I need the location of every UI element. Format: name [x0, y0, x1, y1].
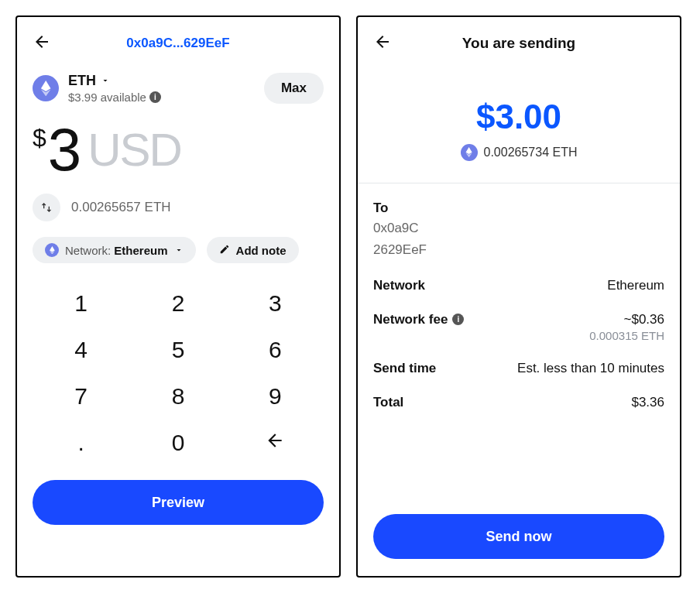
currency-code: USD — [88, 123, 181, 177]
total-label: Total — [373, 395, 403, 410]
key-0[interactable]: 0 — [129, 430, 226, 456]
eth-icon — [45, 243, 59, 257]
send-time-value: Est. less than 10 minutes — [517, 361, 664, 376]
arrow-left-icon — [265, 430, 285, 451]
back-button[interactable] — [373, 33, 392, 54]
key-6[interactable]: 6 — [227, 337, 324, 363]
converted-amount: 0.00265657 ETH — [71, 200, 171, 215]
swap-currency-button[interactable] — [33, 194, 60, 221]
recipient-address-link[interactable]: 0x0a9C...629EeF — [126, 36, 229, 51]
send-time-row: Send time Est. less than 10 minutes — [373, 361, 664, 376]
key-5[interactable]: 5 — [129, 337, 226, 363]
available-balance: $3.99 available — [68, 91, 146, 104]
swap-icon — [40, 201, 53, 214]
key-1[interactable]: 1 — [33, 290, 129, 317]
network-prefix: Network: — [65, 244, 114, 257]
asset-symbol: ETH — [68, 73, 96, 89]
arrow-left-icon — [373, 33, 392, 51]
pencil-icon — [219, 244, 230, 257]
to-label: To — [373, 201, 664, 216]
send-time-label: Send time — [373, 361, 436, 376]
chevron-down-icon — [101, 73, 110, 89]
preview-button[interactable]: Preview — [33, 480, 324, 525]
eth-icon — [461, 144, 478, 161]
asset-selector-row: ETH $3.99 available i Max — [33, 73, 324, 104]
network-chip[interactable]: Network: Ethereum — [33, 237, 196, 263]
send-amount-eth: 0.00265734 ETH — [484, 146, 578, 159]
total-row: Total $3.36 — [373, 395, 664, 410]
key-3[interactable]: 3 — [227, 290, 324, 317]
network-fee-label: Network fee — [373, 312, 448, 327]
info-icon[interactable]: i — [149, 91, 161, 103]
network-fee-row: Network fee i ~$0.36 0.000315 ETH — [373, 312, 664, 342]
divider — [358, 183, 680, 183]
network-fee-eth: 0.000315 ETH — [589, 329, 664, 342]
info-icon[interactable]: i — [452, 314, 464, 325]
back-button[interactable] — [33, 33, 51, 54]
key-9[interactable]: 9 — [227, 383, 324, 410]
chevron-down-icon — [174, 244, 184, 257]
send-amount-usd: $3.00 — [373, 98, 664, 136]
network-fee-usd: ~$0.36 — [589, 312, 664, 327]
arrow-left-icon — [33, 33, 51, 51]
to-row: To 0x0a9C 2629EeF — [373, 201, 664, 259]
max-button[interactable]: Max — [264, 73, 324, 104]
amount-value: 3 — [48, 119, 80, 180]
key-2[interactable]: 2 — [129, 290, 226, 317]
key-4[interactable]: 4 — [33, 337, 129, 363]
asset-selector[interactable]: ETH — [68, 73, 264, 89]
network-value: Ethereum — [607, 278, 664, 293]
add-note-button[interactable]: Add note — [207, 237, 299, 263]
key-dot[interactable]: . — [33, 430, 129, 456]
eth-icon — [33, 75, 59, 101]
total-value: $3.36 — [631, 395, 664, 410]
send-now-button[interactable]: Send now — [373, 514, 664, 559]
key-backspace[interactable] — [227, 430, 324, 456]
to-address-line1: 0x0a9C — [373, 219, 664, 238]
send-amount-screen: 0x0a9C...629EeF ETH $3.99 available i Ma… — [15, 15, 341, 578]
key-8[interactable]: 8 — [129, 383, 226, 410]
send-confirm-screen: You are sending $3.00 0.00265734 ETH To … — [356, 15, 681, 578]
add-note-label: Add note — [236, 244, 287, 257]
network-label: Network — [373, 278, 425, 293]
amount-display: $ 3 USD — [33, 119, 324, 180]
numeric-keypad: 1 2 3 4 5 6 7 8 9 . 0 — [33, 280, 324, 466]
network-name: Ethereum — [114, 244, 167, 257]
key-7[interactable]: 7 — [33, 383, 129, 410]
page-title: You are sending — [462, 35, 575, 52]
to-address-line2: 2629EeF — [373, 241, 664, 259]
currency-symbol: $ — [33, 124, 46, 153]
topbar: 0x0a9C...629EeF — [33, 28, 324, 59]
network-row: Network Ethereum — [373, 278, 664, 293]
topbar: You are sending — [373, 28, 664, 59]
